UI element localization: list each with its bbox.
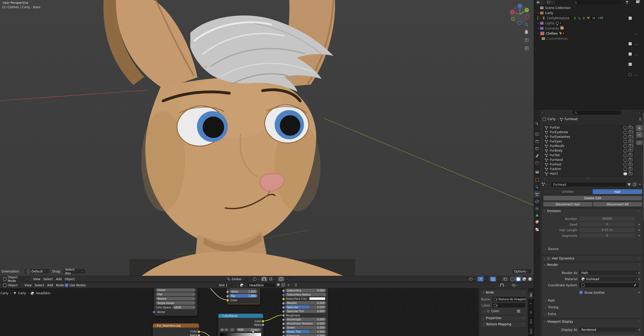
node-mix-selected[interactable]: Value1.000 Fac1.000 Color [227, 288, 260, 304]
shading-wireframe-button[interactable] [510, 277, 515, 281]
tab-node[interactable]: No [528, 291, 534, 299]
ramp-stop-0[interactable] [226, 333, 227, 336]
hair-dynamics-panel[interactable]: › Hair Dynamics ⠿ [542, 256, 643, 262]
bsdf-sheen-slider[interactable]: Sheen0.000 [285, 326, 326, 329]
mode-dropdown[interactable]: Object Mode › [1, 277, 30, 281]
anisotropic-rotation-socket[interactable] [282, 322, 285, 325]
settings-fake-user-button[interactable] [628, 183, 630, 186]
node-label-field[interactable] [492, 303, 525, 308]
animate-dot[interactable] [638, 235, 640, 236]
gizmo-axis-z-label[interactable]: Z [519, 5, 521, 7]
specular-socket[interactable] [282, 306, 285, 309]
outliner-display-mode-dropdown[interactable]: › [546, 0, 555, 4]
imgtex-source-dropdown[interactable]: Single Image› [156, 301, 195, 305]
disconnect-hair-button[interactable]: Disconnect Hair [543, 202, 592, 207]
list-resize-grip[interactable]: ›⠿⠿ [543, 177, 634, 180]
bsdf-clearcoat-slider[interactable]: Clearcoat0.000 [285, 334, 326, 336]
tab-group[interactable]: Gro [528, 317, 534, 326]
material-dropdown[interactable]: FurHead› [579, 277, 639, 281]
viewport-toggle-icon[interactable] [623, 140, 627, 143]
orientation-dropdown[interactable]: Default › [25, 269, 49, 274]
outliner-row-lights[interactable]: › Lights 3 ✓ [534, 21, 644, 26]
render-toggle-icon[interactable] [629, 167, 632, 171]
breadcrumb-data[interactable]: FurHead [565, 117, 578, 121]
source-subpanel-header[interactable]: › Source [545, 247, 559, 251]
new-collection-button[interactable]: + [636, 0, 641, 3]
render-toggle-icon[interactable] [629, 140, 632, 143]
zoom-icon[interactable] [525, 23, 528, 26]
outliner-editor-type-dropdown[interactable]: › [536, 0, 545, 4]
hair-dynamics-checkbox[interactable] [547, 257, 550, 260]
navigation-gizmo[interactable]: Z Y X [509, 2, 531, 26]
animate-dot[interactable] [638, 329, 640, 330]
drag-dropdown[interactable]: Select Box › [63, 269, 85, 274]
shader-snap-toggle[interactable] [500, 284, 504, 287]
tab-object[interactable] [534, 177, 540, 183]
ramp-gradient-bar[interactable] [220, 333, 261, 336]
expand-icon[interactable]: › [544, 177, 545, 180]
timing-subpanel-header[interactable]: ›Timing [545, 306, 558, 309]
animate-dot[interactable] [638, 224, 640, 225]
subsurface-color-socket[interactable] [282, 298, 285, 300]
tab-tool[interactable]: T [528, 300, 534, 307]
mix-value-slider[interactable]: Value1.000 [229, 290, 257, 293]
viewport-toggle-icon[interactable] [623, 159, 627, 161]
color-checkbox[interactable] [487, 310, 490, 313]
shader-menu-select[interactable]: Select [32, 284, 46, 287]
list-item[interactable]: FurHand [543, 158, 634, 162]
render-toggle-icon[interactable] [629, 144, 632, 148]
outliner-search-input[interactable] [572, 0, 621, 4]
color-input-socket[interactable] [226, 299, 229, 302]
list-scrollbar[interactable] [633, 126, 633, 149]
tab-tool[interactable] [534, 120, 540, 127]
hide-eye-closed-icon[interactable] [635, 74, 638, 76]
shader-editor-canvas[interactable]: Carly › Carly › HeadSkin Linear› Flat› R… [0, 288, 534, 336]
imgtex-colorspace-dropdown[interactable]: sRGB› [172, 306, 195, 309]
particle-settings-selector[interactable]: › [542, 182, 547, 186]
slot-dropdown[interactable]: Slot 1 › [217, 283, 237, 288]
viewport-toggle-icon[interactable] [623, 135, 627, 138]
specular-tint-socket[interactable] [282, 310, 285, 313]
use-nodes-checkbox[interactable]: ✓ [65, 284, 68, 287]
color-output-socket[interactable] [262, 320, 264, 323]
outliner-row-carly[interactable]: › Carly ✓ [534, 10, 644, 15]
shader-type-dropdown[interactable]: Object › [1, 283, 22, 288]
roughness-socket[interactable] [282, 314, 285, 317]
presets-list-icon[interactable] [517, 310, 520, 312]
fake-user-button[interactable] [277, 284, 280, 286]
mix-fac-slider[interactable]: Fac1.000 [229, 294, 257, 298]
list-item[interactable]: FurEar [543, 125, 634, 130]
panel-grip[interactable]: ⠿ [638, 210, 641, 212]
delete-edit-button[interactable]: Delete Edit [543, 196, 642, 201]
proportional-editing-toggle[interactable] [278, 277, 284, 281]
shader-menu-node[interactable]: Node [54, 284, 66, 287]
imgtex-extension-dropdown[interactable]: Repeat› [156, 297, 195, 300]
list-item[interactable]: FurTail [543, 153, 634, 158]
properties-options-dropdown[interactable]: › [637, 110, 643, 115]
gizmo-axis-y-label[interactable]: Y [526, 9, 528, 12]
render-toggle-icon[interactable] [629, 172, 632, 175]
outliner-row-clothes[interactable]: › Clothes 4 ✓ [534, 31, 644, 36]
segments-field[interactable]: 5 [579, 234, 635, 238]
material-name-field[interactable]: HeadSkin [247, 283, 276, 288]
panel-grip[interactable]: ⠿ [522, 323, 524, 326]
outliner-row-carlyarmature[interactable]: › CarlyArmature 10 +99 [534, 16, 644, 20]
value-socket[interactable] [226, 290, 229, 293]
properties-search-input[interactable] [572, 110, 621, 115]
render-panel-header[interactable]: › Render ⠿ [542, 262, 643, 267]
disconnect-all-button[interactable]: Disconnect All [593, 202, 642, 207]
fur-node-header[interactable]: › Fur_Seamless.jpg [153, 323, 199, 328]
falloff-dropdown[interactable]: › [285, 277, 294, 281]
viewport-display-header[interactable]: › Viewport Display ⠿ [542, 319, 643, 324]
outliner-row-scene-collection[interactable]: Scene Collection [534, 5, 644, 10]
settings-copy-button[interactable] [633, 183, 636, 186]
animate-dot[interactable] [638, 272, 640, 274]
alpha-output-socket[interactable] [197, 334, 200, 336]
node-name-field[interactable]: Textura de imagem [492, 297, 525, 301]
menu-select[interactable]: Select [41, 277, 55, 281]
sidebar-texture-mapping-panel[interactable]: › Texture Mapping ⠿ [480, 322, 527, 327]
bsdf-sheen-tint-slider[interactable]: Sheen Tint0.500 [285, 330, 326, 333]
particle-systems-list[interactable]: FurEar FurEyebrow FurEyelashes FurEyes F… [543, 125, 634, 177]
unlink-button[interactable]: × [287, 283, 290, 287]
tab-physics[interactable] [534, 198, 540, 204]
